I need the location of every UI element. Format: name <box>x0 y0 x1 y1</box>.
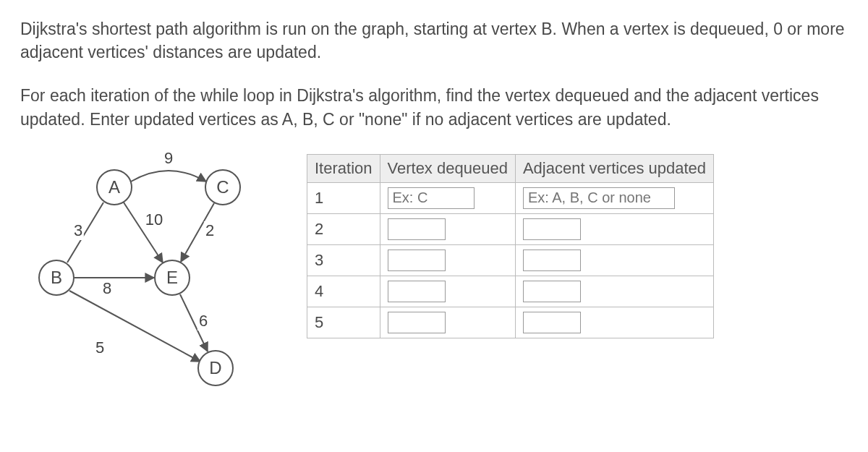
table-row: 5 <box>307 307 714 338</box>
weight-ac: 9 <box>163 149 174 168</box>
graph-diagram: A C E B D 9 10 3 2 8 5 6 <box>20 151 281 397</box>
table-row: 1 <box>307 182 714 213</box>
question-paragraph-2: For each iteration of the while loop in … <box>20 84 848 130</box>
adjacent-input[interactable] <box>523 312 581 333</box>
iter-cell: 4 <box>307 276 380 307</box>
iter-cell: 3 <box>307 244 380 276</box>
node-e: E <box>154 260 190 296</box>
dequeued-input[interactable] <box>388 312 446 333</box>
adjacent-input[interactable] <box>523 187 675 209</box>
svg-line-4 <box>69 291 200 362</box>
answer-table: Iteration Vertex dequeued Adjacent verti… <box>307 154 714 338</box>
iter-cell: 1 <box>307 182 380 213</box>
node-b: B <box>38 260 75 296</box>
dequeued-input[interactable] <box>388 281 446 302</box>
weight-ed: 6 <box>197 312 209 331</box>
adjacent-input[interactable] <box>523 281 581 302</box>
dequeued-input[interactable] <box>388 250 446 271</box>
iter-cell: 5 <box>307 307 380 338</box>
node-d: D <box>197 350 234 386</box>
weight-ab: 3 <box>72 221 84 240</box>
weight-ae: 10 <box>144 210 164 229</box>
weight-bd: 5 <box>94 338 106 357</box>
weight-ce: 2 <box>204 221 216 240</box>
node-a: A <box>96 169 132 205</box>
weight-be: 8 <box>101 279 113 298</box>
adjacent-input[interactable] <box>523 250 581 271</box>
adjacent-input[interactable] <box>523 218 581 240</box>
col-dequeued: Vertex dequeued <box>380 154 515 182</box>
question-paragraph-1: Dijkstra's shortest path algorithm is ru… <box>20 17 848 64</box>
dequeued-input[interactable] <box>388 187 475 209</box>
node-c: C <box>205 169 241 205</box>
col-iteration: Iteration <box>307 154 380 182</box>
iter-cell: 2 <box>307 213 380 244</box>
col-adjacent: Adjacent vertices updated <box>515 154 713 182</box>
dequeued-input[interactable] <box>388 218 446 240</box>
table-row: 3 <box>307 244 714 276</box>
table-row: 2 <box>307 213 714 244</box>
table-row: 4 <box>307 276 714 307</box>
